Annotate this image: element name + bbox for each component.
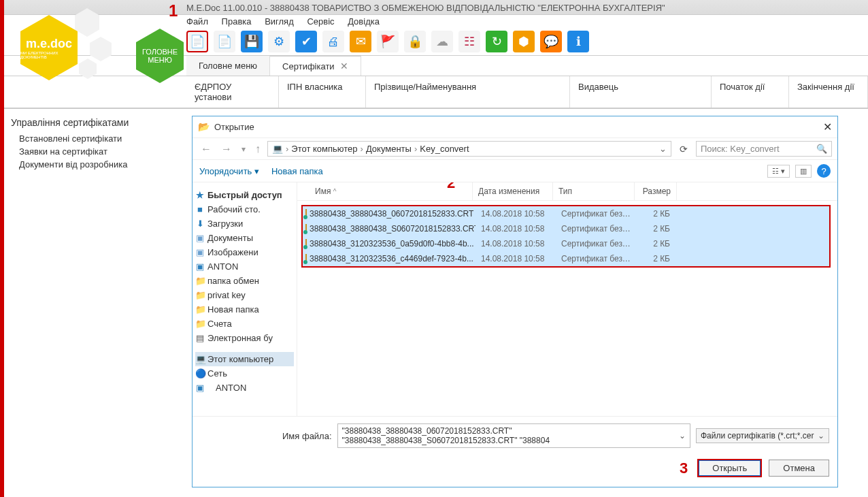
chevron-down-icon: ⌄ (818, 431, 824, 440)
computer-icon: 💻 (272, 144, 283, 154)
refresh-icon[interactable]: ↻ (486, 31, 507, 52)
hex-decor (75, 8, 99, 37)
tree-item[interactable]: ▣Изображени (195, 245, 294, 259)
col-name[interactable]: Прізвище/Найменування (366, 76, 570, 108)
col-filedate[interactable]: Дата изменения (473, 182, 553, 200)
tree-item[interactable]: 📁Новая папка (195, 302, 294, 317)
check-icon[interactable]: ✔ (295, 31, 317, 52)
cancel-button[interactable]: Отмена (769, 460, 829, 477)
col-edrpou[interactable]: ЄДРПОУ установи (186, 76, 279, 108)
tree-item[interactable]: 📁папка обмен (195, 274, 294, 288)
dialog-body: ★Быстрый доступ■Рабочий сто.⬇Загрузки▣До… (193, 182, 837, 416)
file-row[interactable]: 38880438_38880438_06072018152833.CRT14.0… (303, 206, 829, 221)
nav-back-icon[interactable]: ← (198, 142, 214, 157)
file-row[interactable]: 38880438_3120323536_0a59d0f0-4bb8-4b...1… (303, 236, 829, 251)
menu-help[interactable]: Довідка (348, 16, 380, 27)
certificate-icon (305, 239, 307, 248)
cloud-icon[interactable]: ☁ (431, 31, 453, 52)
col-end[interactable]: Закінчення дії (789, 76, 868, 108)
search-placeholder: Поиск: Key_convert (701, 144, 780, 154)
new-doc-icon[interactable]: 📄 (186, 31, 208, 52)
logo-tagline: МИ ЕЛЕКТРОННИХ ДОКУМЕНТІВ (20, 51, 78, 59)
tree-item[interactable]: 📁Счета (195, 317, 294, 331)
tree-item[interactable]: 📁privat key (195, 288, 294, 302)
chat-icon[interactable]: 💬 (540, 31, 562, 52)
address-bar[interactable]: 💻 › Этот компьютер › Документы › Key_con… (267, 141, 671, 157)
tree-item[interactable]: 🔵Сеть (195, 366, 294, 381)
tree-item[interactable]: ⬇Загрузки (195, 217, 294, 231)
open-button[interactable]: Открыть (697, 459, 762, 477)
doc-tabs: Головне меню Сертифікати ✕ (0, 55, 868, 76)
sidebar: Управління сертифікатами Встановлені сер… (0, 109, 182, 497)
certificate-icon (305, 254, 307, 263)
col-start[interactable]: Початок дії (712, 76, 789, 108)
menu-file[interactable]: Файл (186, 16, 208, 27)
certificate-icon (305, 209, 307, 219)
tree-item[interactable]: ■Рабочий сто. (195, 202, 294, 217)
chevron-down-icon[interactable]: ⌄ (659, 144, 667, 154)
doc-icon[interactable]: 📄 (214, 31, 235, 52)
lock-icon[interactable]: 🔒 (404, 31, 426, 52)
flag-icon[interactable]: 🚩 (377, 31, 399, 52)
window-title: M.E.Doc 11.00.010 - 38880438 ТОВАРИСТВО … (0, 0, 868, 15)
dialog-title: Открытие (214, 122, 254, 132)
marker-3: 3 (680, 460, 688, 477)
main-menu-label: ГОЛОВНЕ МЕНЮ (136, 48, 184, 64)
menu-service[interactable]: Сервіс (307, 16, 334, 27)
col-issuer[interactable]: Видавець (570, 76, 712, 108)
print-icon[interactable]: 🖨 (322, 31, 344, 52)
nav-up-icon[interactable]: ↑ (252, 142, 263, 157)
new-folder-button[interactable]: Новая папка (271, 166, 323, 176)
col-ipn[interactable]: ІПН власника (279, 76, 366, 108)
nav-fwd-icon[interactable]: → (218, 142, 235, 157)
tree-item[interactable]: 💻Этот компьютер (195, 352, 294, 366)
chevron-down-icon[interactable]: ⌄ (679, 431, 686, 440)
tab-certificates[interactable]: Сертифікати ✕ (270, 56, 361, 76)
file-open-dialog: 📂 Открытие ✕ ← → ▾ ↑ 💻 › Этот компьютер … (192, 116, 838, 487)
sidebar-item-developer-docs[interactable]: Документи від розробника (11, 158, 182, 171)
col-filetype[interactable]: Тип (553, 182, 635, 200)
col-filesize[interactable]: Размер (635, 182, 677, 200)
marker-2: 2 (447, 182, 455, 192)
dialog-toolbar: Упорядочить ▾ Новая папка ☷ ▾ ▥ ? (193, 160, 837, 182)
sidebar-item-installed[interactable]: Встановлені сертифікати (11, 132, 182, 145)
save-icon[interactable]: 💾 (241, 31, 263, 52)
file-row[interactable]: 38880438_3120323536_c4469def-7923-4b...1… (303, 251, 829, 266)
files-selection: 38880438_38880438_06072018152833.CRT14.0… (301, 205, 831, 268)
logo-text: m.e.doc (26, 37, 72, 51)
tree-item[interactable]: ▣ANTON (195, 381, 294, 395)
filename-input[interactable]: "38880438_38880438_06072018152833.CRT" "… (337, 423, 690, 448)
certificate-icon (305, 224, 307, 234)
menu-edit[interactable]: Правка (222, 16, 252, 27)
dialog-footer: Имя файла: "38880438_38880438_0607201815… (193, 416, 837, 487)
mail-icon[interactable]: ✉ (350, 31, 371, 52)
nav-history-icon[interactable]: ▾ (239, 143, 248, 155)
filetype-filter[interactable]: Файли сертифікатів (*.crt;*.cer ⌄ (696, 428, 829, 443)
filename-label: Имя файла: (282, 431, 332, 441)
close-icon[interactable]: ✕ (340, 61, 348, 71)
dialog-nav: ← → ▾ ↑ 💻 › Этот компьютер › Документы ›… (193, 138, 837, 160)
refresh-icon[interactable]: ⟳ (675, 142, 692, 156)
help-icon[interactable]: ? (817, 164, 831, 178)
list-icon[interactable]: ☷ (458, 31, 480, 52)
tree-item[interactable]: ▣Документы (195, 231, 294, 245)
preview-pane-button[interactable]: ▥ (795, 165, 812, 178)
dialog-titlebar: 📂 Открытие ✕ (193, 116, 837, 138)
sidebar-item-requests[interactable]: Заявки на сертифікат (11, 145, 182, 158)
tab-main-menu[interactable]: Головне меню (186, 56, 270, 76)
view-mode-button[interactable]: ☷ ▾ (767, 165, 790, 178)
close-icon[interactable]: ✕ (823, 121, 832, 133)
info-icon[interactable]: ℹ (567, 31, 589, 52)
tree-item[interactable]: ▤Электронная бу (195, 331, 294, 345)
search-input[interactable]: Поиск: Key_convert 🔍 (696, 141, 832, 157)
tree-item[interactable]: ★Быстрый доступ (195, 188, 294, 202)
menu-view[interactable]: Вигляд (265, 16, 294, 27)
marker-1: 1 (169, 1, 178, 20)
file-row[interactable]: 38880438_38880438_S06072018152833.CRT14.… (303, 221, 829, 236)
gear-icon[interactable]: ⚙ (268, 31, 290, 52)
tree-item[interactable]: ▣ANTON (195, 259, 294, 274)
logo-area: m.e.doc МИ ЕЛЕКТРОННИХ ДОКУМЕНТІВ ГОЛОВН… (8, 8, 117, 69)
warn-icon[interactable]: ⬢ (513, 31, 535, 52)
hex-decor (90, 37, 112, 61)
organize-button[interactable]: Упорядочить ▾ (199, 166, 259, 176)
